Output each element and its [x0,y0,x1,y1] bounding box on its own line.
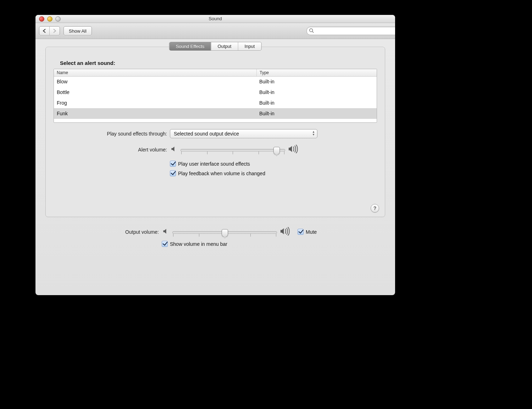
sound-name: Funk [54,111,256,116]
back-button[interactable] [39,27,50,35]
column-type-header[interactable]: Type [257,69,377,76]
sound-name: Bottle [54,89,256,95]
output-volume-section: Output volume: [45,227,385,251]
tab-bar: Sound Effects Output Input [169,42,262,51]
play-through-popup[interactable]: Selected sound output device ▲▼ [170,129,317,138]
alert-sound-list: Name Type BlowBuilt-inBottleBuilt-inFrog… [54,69,377,123]
zoom-window-button[interactable] [55,16,61,22]
sound-type: Built-in [256,79,377,84]
sound-effects-panel: Select an alert sound: Name Type BlowBui… [45,47,385,217]
search-input[interactable] [306,27,395,35]
panel-heading: Select an alert sound: [60,60,377,66]
close-window-button[interactable] [39,16,44,22]
speaker-max-icon [288,145,299,154]
show-all-label: Show All [69,28,87,34]
checkbox-show-in-menubar[interactable] [162,241,168,247]
sound-type: Built-in [256,100,377,106]
speaker-max-icon [280,227,290,237]
table-row[interactable]: FrogBuilt-in [54,98,377,108]
checkbox-ui-sounds[interactable] [170,161,176,167]
show-in-menubar-label: Show volume in menu bar [170,241,227,247]
list-header: Name Type [54,69,377,77]
checkbox-volume-feedback[interactable] [170,170,176,176]
window-title: Sound [209,16,222,21]
play-through-value: Selected sound output device [174,131,239,137]
table-row[interactable]: FunkBuilt-in [54,108,377,119]
popup-arrows-icon: ▲▼ [312,131,315,136]
output-volume-label: Output volume: [45,229,162,235]
sound-type: Built-in [256,89,377,95]
checkbox-volume-feedback-label: Play feedback when volume is changed [178,171,265,176]
column-name-header[interactable]: Name [54,69,257,76]
mute-label: Mute [306,229,317,235]
nav-back-forward[interactable] [39,26,60,35]
output-volume-slider[interactable] [172,228,277,236]
tab-input[interactable]: Input [238,42,261,50]
checkbox-ui-sounds-label: Play user interface sound effects [178,161,250,167]
content-area: Sound Effects Output Input Select an ale… [35,39,395,295]
search-field-wrap [306,27,392,35]
speaker-min-icon [162,228,170,236]
sound-type: Built-in [256,111,377,116]
titlebar: Sound [35,15,395,23]
search-icon [309,28,314,34]
preferences-window: Sound Show All Sound Effects Ou [35,15,395,295]
play-through-label: Play sound effects through: [54,131,170,137]
minimize-window-button[interactable] [47,16,52,22]
sound-name: Blow [54,79,256,84]
toolbar: Show All [35,23,395,39]
window-controls [39,16,61,22]
help-button[interactable]: ? [371,204,379,212]
tab-output[interactable]: Output [211,42,238,50]
alert-volume-label: Alert volume: [54,147,170,153]
checkbox-mute[interactable] [298,229,304,235]
show-all-button[interactable]: Show All [63,26,92,35]
alert-sound-rows[interactable]: BlowBuilt-inBottleBuilt-inFrogBuilt-inFu… [54,76,377,122]
tab-sound-effects[interactable]: Sound Effects [170,42,211,50]
svg-line-1 [312,32,314,33]
alert-volume-slider[interactable] [181,146,285,154]
forward-button[interactable] [50,27,60,35]
sound-name: Frog [54,100,256,106]
table-row[interactable]: BlowBuilt-in [54,76,377,87]
table-row[interactable]: BottleBuilt-in [54,87,377,98]
svg-point-0 [310,29,313,32]
speaker-min-icon [170,145,178,154]
